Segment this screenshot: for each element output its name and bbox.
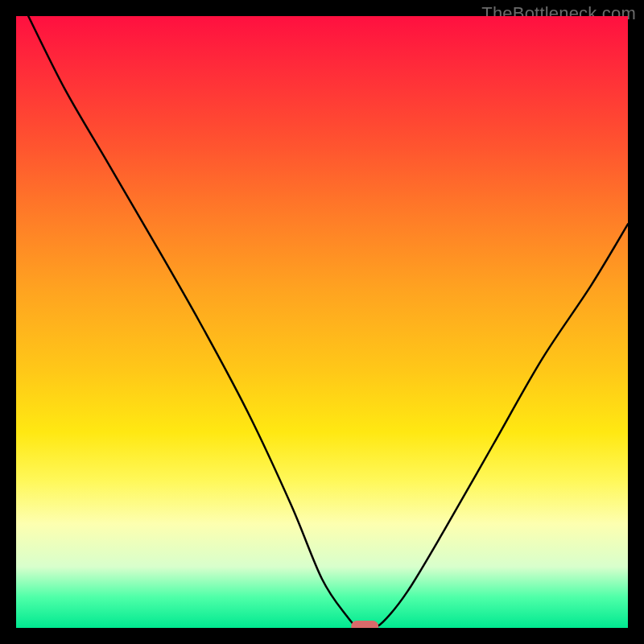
bottleneck-curve-path <box>28 16 628 628</box>
minimum-marker <box>351 621 378 628</box>
curve-svg <box>16 16 628 628</box>
chart-frame: TheBottleneck.com <box>0 0 644 644</box>
plot-area <box>16 16 628 628</box>
